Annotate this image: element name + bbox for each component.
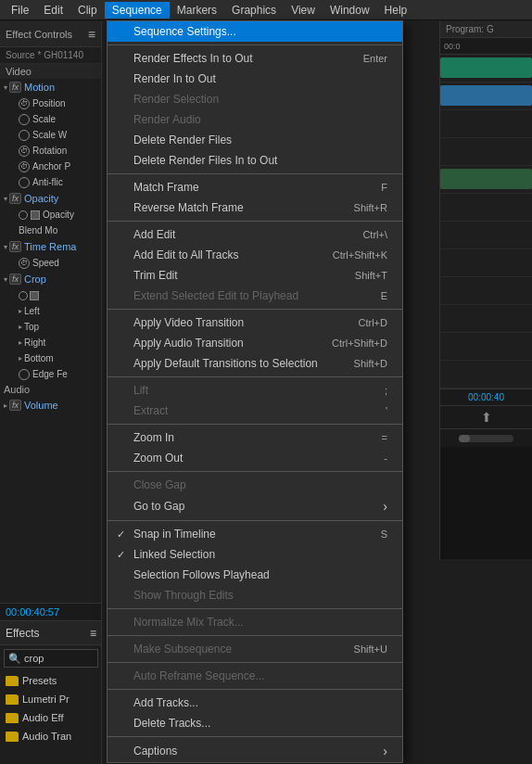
dropdown-item-selection-follows-playhead[interactable]: Selection Follows Playhead (108, 565, 402, 585)
dropdown-separator-7 (108, 471, 402, 472)
dropdown-item-apply-default-transitions[interactable]: Apply Default Transitions to Selection S… (108, 353, 402, 374)
dropdown-item-apply-audio-transition[interactable]: Apply Audio Transition Ctrl+Shift+D (108, 333, 402, 353)
dropdown-item-reverse-match[interactable]: Reverse Match Frame Shift+R (108, 197, 402, 218)
dropdown-item-add-tracks[interactable]: Add Tracks... (108, 693, 402, 713)
fx-motion-label: Motion (24, 82, 55, 93)
program-export-btn[interactable]: ⬆ (440, 405, 532, 428)
fx-badge-volume: fx (9, 400, 21, 411)
dropdown-item-render-effects[interactable]: Render Effects In to Out Enter (108, 48, 402, 69)
dropdown-item-add-edit[interactable]: Add Edit Ctrl+\ (108, 224, 402, 245)
dropdown-item-go-to-gap[interactable]: Go to Gap (108, 495, 402, 517)
panel-menu-button[interactable]: ≡ (88, 27, 95, 42)
dropdown-separator-10 (108, 635, 402, 636)
effects-section: Effects ≡ 🔍 Presets Lumetri Pr Audio Eff… (0, 620, 102, 764)
dropdown-item-zoom-out[interactable]: Zoom Out - (108, 448, 402, 468)
menu-clip[interactable]: Clip (70, 2, 105, 19)
dropdown-item-linked-selection[interactable]: Linked Selection (108, 544, 402, 565)
dropdown-separator-4 (108, 309, 402, 310)
prop-scale[interactable]: Scale (0, 111, 101, 127)
prop-position[interactable]: ⏱ Position (0, 96, 101, 111)
left-panel: Effect Controls ≡ Source * GH01140 Video… (0, 21, 102, 764)
playback-scrollbar[interactable] (459, 435, 513, 442)
fx-time-remap[interactable]: ▾ fx Time Rema (0, 238, 101, 255)
audio-track-7 (440, 333, 532, 361)
dropdown-item-apply-video-transition[interactable]: Apply Video Transition Ctrl+D (108, 312, 402, 333)
dropdown-separator-9 (108, 608, 402, 609)
effects-item-lumetri[interactable]: Lumetri Pr (0, 690, 102, 708)
search-icon: 🔍 (8, 653, 21, 665)
audio-clip-1 (440, 169, 532, 189)
prop-icon-position: ⏱ (19, 98, 30, 109)
effects-item-presets[interactable]: Presets (0, 671, 102, 690)
dropdown-separator-3 (108, 221, 402, 222)
time-display: 00:00:40:57 (0, 603, 102, 620)
dropdown-item-captions[interactable]: Captions (108, 740, 402, 762)
effects-item-audio-trans[interactable]: Audio Tran (0, 727, 102, 745)
fx-badge-motion: fx (9, 82, 21, 93)
prop-blend-mode[interactable]: Blend Mo (0, 223, 101, 238)
fx-crop[interactable]: ▾ fx Crop (0, 271, 101, 287)
menu-bar: File Edit Clip Sequence Markers Graphics… (0, 0, 532, 20)
menu-graphics[interactable]: Graphics (224, 2, 284, 19)
fx-crop-label: Crop (24, 274, 46, 285)
dropdown-item-snap-timeline[interactable]: Snap in Timeline S (108, 524, 402, 544)
menu-help[interactable]: Help (377, 2, 415, 19)
prop-crop-right[interactable]: ▸ Right (0, 335, 101, 350)
fx-opacity[interactable]: ▾ fx Opacity (0, 190, 101, 207)
dropdown-item-trim-edit[interactable]: Trim Edit Shift+T (108, 265, 402, 286)
dropdown-separator-12 (108, 689, 402, 690)
playback-scroll[interactable] (440, 428, 532, 447)
menu-window[interactable]: Window (323, 2, 377, 19)
prop-icon-anchor: ⏱ (19, 161, 30, 172)
dropdown-item-zoom-in[interactable]: Zoom In = (108, 427, 402, 448)
scrollbar-thumb[interactable] (459, 435, 470, 442)
audio-track-2 (440, 194, 532, 222)
prop-opacity-circle[interactable]: Opacity (0, 207, 101, 223)
folder-icon-presets (6, 676, 19, 686)
fx-badge-crop: fx (9, 274, 21, 285)
folder-icon-lumetri (6, 694, 19, 705)
program-time-indicator: 00:00:40 (440, 388, 532, 405)
dropdown-item-sequence-settings[interactable]: Sequence Settings... (108, 21, 402, 42)
effects-search-bar[interactable]: 🔍 (4, 649, 98, 668)
effects-item-audio-eff[interactable]: Audio Eff (0, 708, 102, 727)
folder-icon-audio-eff (6, 713, 19, 723)
dropdown-item-match-frame[interactable]: Match Frame F (108, 177, 402, 197)
program-monitor: Program: G 00:0 00:00:40 ⬆ (439, 21, 532, 559)
prop-icon-speed: ⏱ (19, 258, 30, 269)
prop-crop-left[interactable]: ▸ Left (0, 303, 101, 319)
prop-speed[interactable]: ⏱ Speed (0, 255, 101, 271)
dropdown-item-show-through-edits: Show Through Edits (108, 585, 402, 605)
dropdown-item-delete-render[interactable]: Delete Render Files (108, 130, 402, 150)
program-label: Program: G (440, 21, 532, 38)
audio-track-4 (440, 249, 532, 277)
prop-icon-scale (19, 114, 30, 125)
prop-crop-bottom[interactable]: ▸ Bottom (0, 350, 101, 366)
fx-volume-label: Volume (24, 400, 58, 411)
fx-badge-time-remap: fx (9, 241, 21, 252)
dropdown-item-delete-render-in-out[interactable]: Delete Render Files In to Out (108, 150, 402, 171)
prop-edge-fe[interactable]: Edge Fe (0, 366, 101, 382)
fx-motion[interactable]: ▾ fx Motion (0, 79, 101, 96)
dropdown-item-add-edit-all-tracks[interactable]: Add Edit to All Tracks Ctrl+Shift+K (108, 245, 402, 265)
effects-menu-icon[interactable]: ≡ (90, 627, 96, 640)
effects-search-input[interactable] (24, 653, 94, 664)
prop-scale-width[interactable]: Scale W (0, 127, 101, 143)
prop-crop-top[interactable]: ▸ Top (0, 319, 101, 335)
prop-anti-flicker[interactable]: Anti-flic (0, 174, 101, 190)
menu-file[interactable]: File (4, 2, 36, 19)
dropdown-item-delete-tracks[interactable]: Delete Tracks... (108, 713, 402, 733)
prop-rotation[interactable]: ⏱ Rotation (0, 143, 101, 159)
video-track-1 (440, 55, 532, 83)
audio-track-8 (440, 361, 532, 388)
source-info: Source * GH01140 (0, 47, 101, 64)
prop-anchor[interactable]: ⏱ Anchor P (0, 159, 101, 174)
fx-volume[interactable]: ▸ fx Volume (0, 397, 101, 414)
effects-header: Effects ≡ (0, 621, 102, 645)
menu-sequence[interactable]: Sequence (105, 2, 170, 19)
menu-markers[interactable]: Markers (170, 2, 224, 19)
menu-edit[interactable]: Edit (36, 2, 70, 19)
folder-icon-audio-trans (6, 732, 19, 742)
menu-view[interactable]: View (284, 2, 323, 19)
dropdown-item-render-in-out[interactable]: Render In to Out (108, 69, 402, 89)
